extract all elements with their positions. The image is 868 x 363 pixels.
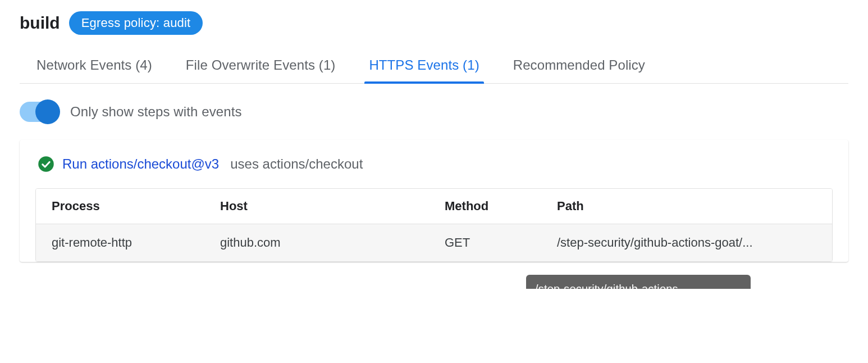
- cell-path: /step-security/github-actions-goat/...: [541, 224, 832, 262]
- table-header-row: Process Host Method Path: [36, 189, 832, 224]
- svg-point-0: [38, 156, 54, 172]
- page-title: build: [20, 13, 60, 33]
- filter-toggle-label: Only show steps with events: [70, 104, 242, 120]
- tab-recommended-policy[interactable]: Recommended Policy: [513, 57, 645, 83]
- cell-method: GET: [429, 224, 541, 262]
- cell-host: github.com: [204, 224, 429, 262]
- step-uses-text: uses actions/checkout: [230, 156, 363, 172]
- events-table-wrap: Process Host Method Path git-remote-http…: [35, 188, 833, 262]
- header-process: Process: [36, 189, 204, 224]
- cell-process: git-remote-http: [36, 224, 204, 262]
- egress-policy-badge: Egress policy: audit: [69, 11, 203, 35]
- path-tooltip: /step-security/github-actions-goat/info/…: [526, 275, 751, 289]
- filter-toggle[interactable]: [20, 102, 59, 122]
- step-card: Run actions/checkout@v3 uses actions/che…: [20, 140, 848, 262]
- filter-row: Only show steps with events: [20, 102, 848, 122]
- header-method: Method: [429, 189, 541, 224]
- header-path: Path: [541, 189, 832, 224]
- tab-file-overwrite-events[interactable]: File Overwrite Events (1): [186, 57, 336, 83]
- table-row[interactable]: git-remote-http github.com GET /step-sec…: [36, 224, 832, 262]
- tab-https-events[interactable]: HTTPS Events (1): [369, 57, 479, 83]
- tabs: Network Events (4) File Overwrite Events…: [20, 57, 848, 84]
- header-host: Host: [204, 189, 429, 224]
- step-link[interactable]: Run actions/checkout@v3: [62, 156, 219, 172]
- tab-network-events[interactable]: Network Events (4): [36, 57, 152, 83]
- step-header: Run actions/checkout@v3 uses actions/che…: [20, 156, 848, 188]
- toggle-knob: [35, 99, 60, 124]
- check-circle-icon: [38, 156, 54, 173]
- events-table: Process Host Method Path git-remote-http…: [36, 189, 832, 261]
- header-row: build Egress policy: audit: [20, 11, 848, 35]
